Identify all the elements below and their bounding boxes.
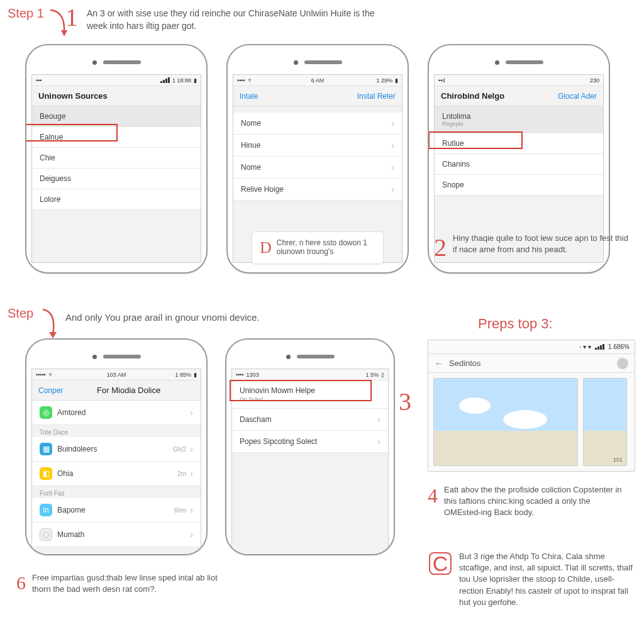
battery-pct: 1 85% xyxy=(175,372,191,378)
phone-4: •••••ᯤ 103 AM 1 85%▮ Conper For Miodia D… xyxy=(25,338,208,555)
battery-pct: 1 29% xyxy=(376,77,392,84)
speaker-icon xyxy=(506,60,543,64)
battery-icon: ▯ xyxy=(381,372,384,378)
preps-title: Preps top 3: xyxy=(478,316,553,332)
nav-right-action[interactable]: Glocal Ader xyxy=(558,92,597,101)
signal-icon: •••• xyxy=(236,372,244,378)
list-item[interactable]: Lntolima Regepte xyxy=(435,106,603,133)
chevron-right-icon: › xyxy=(190,408,193,418)
list-item[interactable]: in Bapome6hm› xyxy=(32,498,201,523)
browser-title: Sedintos xyxy=(449,358,611,368)
app-icon: in xyxy=(40,504,52,516)
list-item[interactable]: Chie xyxy=(32,148,201,169)
note-5-badge: C xyxy=(429,552,452,575)
list-item[interactable]: ▦ BuindoleersGh/⁠2› xyxy=(32,437,201,462)
list-item[interactable]: Rutlue xyxy=(435,133,603,154)
chevron-right-icon: › xyxy=(391,184,394,194)
status-time: 1 18:88 xyxy=(172,77,191,84)
browser-mock: ◦ ▾ ▾ 1.686% ← Sedintos 101 xyxy=(428,340,635,472)
signal-icon: ••ıl xyxy=(438,77,445,84)
list-item[interactable]: Nome› xyxy=(233,157,402,179)
wifi-icon: ᯤ xyxy=(48,372,54,378)
net-icon: ◦ ▾ ▾ xyxy=(579,343,591,350)
status-time: 103 AM xyxy=(107,372,126,378)
step2-desc: And only You prae arail in gnour vnomi d… xyxy=(65,311,355,324)
nav-right-action[interactable]: Instal Reter xyxy=(357,92,396,101)
app-icon: ▦ xyxy=(40,443,52,455)
thumb-label: 101 xyxy=(613,457,623,463)
signal-icon xyxy=(595,344,604,350)
header-title: Uninown Sources xyxy=(38,91,108,101)
status-time: 6 AM xyxy=(311,77,325,84)
section-label: Forti Fas xyxy=(32,486,201,498)
camera-icon xyxy=(286,355,291,359)
signal-icon: •••• xyxy=(237,77,245,84)
camera-icon xyxy=(92,60,97,65)
note-4: 4 Eatt ahov the the profiside coliction … xyxy=(428,484,629,519)
note-badge: 6 xyxy=(16,572,26,595)
note-badge: 2 xyxy=(434,233,447,262)
phone-1: ••• 1 18:88 ▮ Uninown Sources Beouge Eal… xyxy=(25,44,208,274)
list-item[interactable]: Nome› xyxy=(233,113,402,135)
speaker-icon xyxy=(103,355,141,358)
nav-left-action[interactable]: Conper xyxy=(38,386,63,395)
list-item[interactable]: Snope xyxy=(435,175,603,196)
step1-arrow xyxy=(47,9,68,44)
step2-label: Step xyxy=(8,306,33,321)
chevron-right-icon: › xyxy=(391,118,394,128)
nav-left-action[interactable]: Intale xyxy=(240,92,258,101)
chevron-right-icon: › xyxy=(377,436,380,447)
signal-icon: ••• xyxy=(36,77,42,84)
list-item[interactable]: Beouge xyxy=(32,106,201,127)
chevron-right-icon: › xyxy=(377,414,380,425)
list-item[interactable]: Popes Sipcoting Solect› xyxy=(232,431,388,453)
list-item[interactable]: ◌ Mumath› xyxy=(32,523,201,547)
chevron-right-icon: › xyxy=(190,530,193,540)
camera-icon xyxy=(294,60,298,65)
battery-icon: ▮ xyxy=(194,77,197,84)
profile-icon[interactable] xyxy=(617,358,628,369)
note-5-text: But 3 rige the Ahdp To Chira, Cala shme … xyxy=(459,551,635,608)
step1-desc: An 3 or with sise use they rid reinche o… xyxy=(87,8,389,32)
note-badge: 4 xyxy=(428,484,438,519)
battery-icon: ▮ xyxy=(194,372,197,378)
chevron-right-icon: › xyxy=(190,444,193,454)
note-text: Chrer, n here ssto dowon 1 olunown troun… xyxy=(277,238,375,256)
list-item[interactable]: Hinue› xyxy=(233,135,402,157)
battery-icon: ▮ xyxy=(395,77,398,84)
list-item[interactable]: Dascham› xyxy=(232,409,388,431)
signal-icon: ••••• xyxy=(36,372,46,378)
note-text: Hiny thaqie quile to foot lew suce apn t… xyxy=(453,233,629,262)
app-icon: ◌ xyxy=(40,528,52,541)
list-item[interactable]: ◎ Amtored› xyxy=(32,401,201,425)
battery-pct: 1 5% xyxy=(365,372,379,378)
gallery-thumb[interactable] xyxy=(433,378,578,466)
speaker-icon xyxy=(304,60,342,64)
status-time: 230 xyxy=(590,77,599,84)
note-6: 6 Free impartias gusd:thab lew linse spe… xyxy=(16,572,224,595)
note-3-badge: 3 xyxy=(399,387,411,416)
list-item[interactable]: Uninovin Mowm Helpe Dn Suled xyxy=(232,380,388,409)
battery-pct: 1.686% xyxy=(608,343,630,350)
chevron-right-icon: › xyxy=(391,140,394,150)
status-time: 1303 xyxy=(247,372,259,378)
list-item[interactable]: Deiguess xyxy=(32,169,201,189)
list-item[interactable]: ◧ Ohia2rn› xyxy=(32,462,201,486)
back-icon[interactable]: ← xyxy=(435,358,443,368)
gallery-thumb[interactable]: 101 xyxy=(583,378,627,466)
chevron-right-icon: › xyxy=(391,162,394,172)
note-text: Free impartias gusd:thab lew linse sped … xyxy=(32,572,224,595)
note-text: Eatt ahov the the profiside coliction Co… xyxy=(444,484,629,519)
camera-icon xyxy=(495,60,499,65)
note-2: 2 Hiny thaqie quile to foot lew suce apn… xyxy=(434,233,629,262)
camera-icon xyxy=(92,355,97,359)
app-icon: ◧ xyxy=(40,467,52,480)
list-item[interactable]: Ealnue xyxy=(32,127,201,148)
note-badge: D xyxy=(260,238,272,257)
list-item[interactable]: Lolore xyxy=(32,189,201,210)
list-item[interactable]: Relive Hoige› xyxy=(233,179,402,201)
step1-label: Step 1 xyxy=(8,6,44,21)
header-title: Chirobind Nelgo xyxy=(441,91,504,101)
list-item[interactable]: Chanins xyxy=(435,154,603,175)
note-1: D Chrer, n here ssto dowon 1 olunown tro… xyxy=(252,231,384,264)
